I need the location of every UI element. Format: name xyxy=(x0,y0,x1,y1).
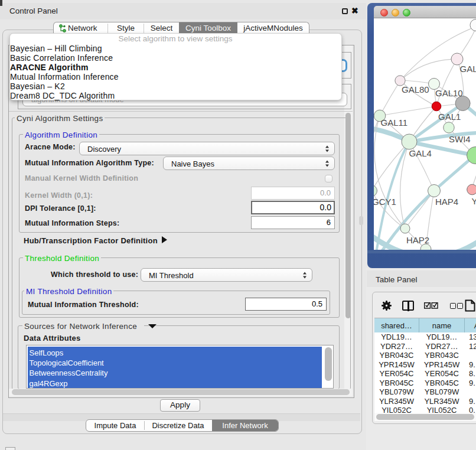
svg-text:YL: YL xyxy=(472,196,476,206)
svg-text:GAL4: GAL4 xyxy=(409,148,432,158)
svg-text:HAP2: HAP2 xyxy=(406,235,429,245)
svg-text:SWI4: SWI4 xyxy=(449,134,471,144)
svg-text:GAL10: GAL10 xyxy=(435,88,463,98)
svg-text:HAP4: HAP4 xyxy=(435,197,458,207)
svg-text:GAL80: GAL80 xyxy=(402,84,429,94)
svg-text:GAL1: GAL1 xyxy=(438,112,461,122)
svg-text:GCY1: GCY1 xyxy=(374,197,396,207)
svg-text:GAL7: GAL7 xyxy=(460,64,476,74)
svg-text:GAL11: GAL11 xyxy=(381,118,408,128)
